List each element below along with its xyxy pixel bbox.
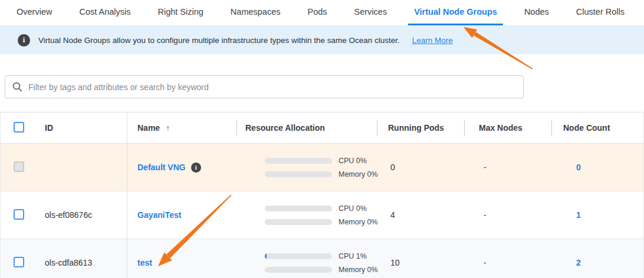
column-header-resource-allocation[interactable]: Resource Allocation — [236, 112, 377, 143]
max-nodes-value: - — [484, 163, 487, 172]
cpu-bar — [265, 158, 332, 164]
memory-bar — [265, 267, 332, 273]
table-row: ols-cdfa8613 test CPU 1% Memory 0% 10 - — [1, 239, 643, 278]
tab-right-sizing[interactable]: Right Sizing — [152, 0, 209, 25]
row-id: ols-ef08676c — [45, 210, 92, 220]
tab-bar: OverviewCost AnalysisRight SizingNamespa… — [0, 0, 644, 26]
tab-virtual-node-groups[interactable]: Virtual Node Groups — [408, 0, 503, 25]
column-header-node-count[interactable]: Node Count — [551, 112, 643, 143]
max-nodes-value: - — [484, 210, 487, 220]
table-header-row: ID Name ↑ Resource Allocation Running Po… — [1, 112, 643, 144]
tab-cost-analysis[interactable]: Cost Analysis — [73, 0, 136, 25]
search-input[interactable] — [28, 82, 516, 92]
column-header-id[interactable]: ID — [34, 112, 127, 143]
memory-label: Memory 0% — [339, 218, 378, 226]
resource-allocation: CPU 0% Memory 0% — [265, 204, 378, 226]
running-pods-value: 4 — [390, 210, 395, 220]
info-icon: i — [18, 34, 30, 47]
table-row: Default VNG i CPU 0% Memory 0% 0 - 0 — [1, 144, 643, 191]
running-pods-value: 10 — [390, 258, 400, 267]
node-count-link[interactable]: 0 — [576, 163, 581, 172]
info-banner: i Virtual Node Groups allow you to confi… — [0, 26, 644, 54]
tab-overview[interactable]: Overview — [11, 0, 58, 25]
select-all-checkbox[interactable] — [14, 122, 24, 133]
memory-label: Memory 0% — [339, 170, 378, 178]
cpu-bar-fill — [265, 253, 267, 259]
vng-table-body: Default VNG i CPU 0% Memory 0% 0 - 0 — [1, 144, 643, 278]
max-nodes-value: - — [484, 258, 487, 267]
row-name-link-gayanitest[interactable]: GayaniTest — [137, 210, 181, 220]
row-name-link-test[interactable]: test — [137, 258, 152, 267]
row-checkbox — [14, 161, 24, 172]
cpu-label: CPU 1% — [339, 252, 367, 260]
search-area — [0, 54, 644, 98]
resource-allocation: CPU 1% Memory 0% — [265, 252, 378, 274]
memory-bar — [265, 219, 332, 225]
node-count-link[interactable]: 2 — [576, 258, 581, 267]
learn-more-link[interactable]: Learn More — [412, 36, 453, 45]
tab-cluster-rolls[interactable]: Cluster Rolls — [570, 0, 630, 25]
running-pods-value: 0 — [390, 163, 395, 172]
sort-ascending-icon[interactable]: ↑ — [166, 123, 170, 133]
search-box[interactable] — [5, 75, 524, 98]
column-header-name[interactable]: Name ↑ — [127, 123, 236, 133]
memory-bar — [265, 171, 332, 177]
resource-allocation: CPU 0% Memory 0% — [265, 157, 378, 178]
tab-pods[interactable]: Pods — [301, 0, 333, 25]
info-icon[interactable]: i — [191, 163, 201, 173]
cpu-label: CPU 0% — [339, 157, 367, 165]
memory-label: Memory 0% — [339, 266, 378, 274]
column-header-max-nodes[interactable]: Max Nodes — [464, 112, 551, 143]
row-name-link-default-vng[interactable]: Default VNG — [137, 163, 186, 172]
search-icon — [12, 82, 22, 92]
node-count-link[interactable]: 1 — [576, 210, 581, 220]
tab-nodes[interactable]: Nodes — [518, 0, 555, 25]
banner-text: Virtual Node Groups allow you to configu… — [38, 36, 400, 45]
cpu-bar — [265, 206, 332, 211]
row-id: ols-cdfa8613 — [45, 258, 92, 267]
vng-table: ID Name ↑ Resource Allocation Running Po… — [0, 112, 644, 278]
table-row: ols-ef08676c GayaniTest CPU 0% Memory 0%… — [1, 191, 643, 239]
column-header-running-pods[interactable]: Running Pods — [377, 112, 464, 143]
tab-namespaces[interactable]: Namespaces — [225, 0, 287, 25]
cpu-label: CPU 0% — [339, 204, 367, 213]
row-checkbox[interactable] — [14, 257, 24, 267]
tab-services[interactable]: Services — [349, 0, 393, 25]
row-checkbox[interactable] — [14, 209, 24, 220]
cpu-bar — [265, 253, 332, 259]
